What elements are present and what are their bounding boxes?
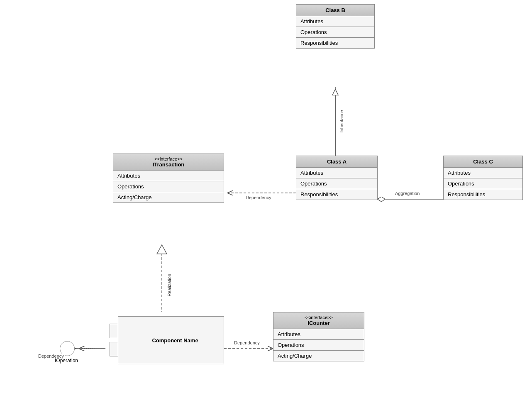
class-c-header: Class C [444, 156, 522, 168]
itransaction-stereotype: <<interface>> [117, 156, 220, 161]
icounter-actingcharge: Acting/Charge [273, 351, 364, 361]
class-a-box: Class A Attributes Operations Responsibi… [296, 156, 378, 200]
class-a-attributes: Attributes [296, 168, 377, 178]
itransaction-operations: Operations [113, 181, 224, 192]
inheritance-label: Inheritance [338, 110, 345, 132]
class-c-attributes: Attributes [444, 168, 522, 178]
class-b-responsibilities: Responsibilities [296, 38, 374, 48]
class-a-name: Class A [327, 159, 347, 165]
class-b-box: Class B Attributes Operations Responsibi… [296, 4, 375, 49]
ioperation-label: IOperation [50, 358, 83, 363]
class-a-responsibilities: Responsibilities [296, 189, 377, 200]
icounter-name: ICounter [278, 320, 360, 326]
aggregation-label: Aggregation [394, 191, 420, 196]
itransaction-box: <<interface>> ITransaction Attributes Op… [113, 154, 224, 203]
realization-label: Realization [166, 274, 173, 296]
component-name-label: Component Name [144, 337, 198, 344]
class-b-attributes: Attributes [296, 16, 374, 27]
icounter-attributes: Attributes [273, 329, 364, 340]
icounter-stereotype: <<interface>> [278, 315, 360, 320]
svg-connectors [0, 0, 532, 400]
class-b-header: Class B [296, 5, 374, 16]
dependency-label-icounter: Dependency [233, 340, 261, 345]
itransaction-attributes: Attributes [113, 171, 224, 181]
dependency-label-itransaction: Dependency [245, 195, 272, 200]
class-c-responsibilities: Responsibilities [444, 189, 522, 200]
icounter-box: <<interface>> ICounter Attributes Operat… [273, 312, 364, 361]
diagram-container: Class B Attributes Operations Responsibi… [0, 0, 532, 400]
class-b-name: Class B [325, 7, 345, 13]
class-a-header: Class A [296, 156, 377, 168]
icounter-operations: Operations [273, 340, 364, 351]
realization-arrow [157, 245, 167, 254]
class-b-operations: Operations [296, 27, 374, 38]
itransaction-name: ITransaction [117, 161, 220, 168]
icounter-header: <<interface>> ICounter [273, 312, 364, 329]
itransaction-actingcharge: Acting/Charge [113, 192, 224, 202]
class-a-operations: Operations [296, 178, 377, 189]
class-c-name: Class C [473, 159, 493, 165]
component-main-rect: Component Name [118, 316, 224, 364]
class-c-box: Class C Attributes Operations Responsibi… [443, 156, 523, 200]
class-c-operations: Operations [444, 178, 522, 189]
component-box: Component Name [105, 312, 224, 368]
itransaction-header: <<interface>> ITransaction [113, 154, 224, 171]
